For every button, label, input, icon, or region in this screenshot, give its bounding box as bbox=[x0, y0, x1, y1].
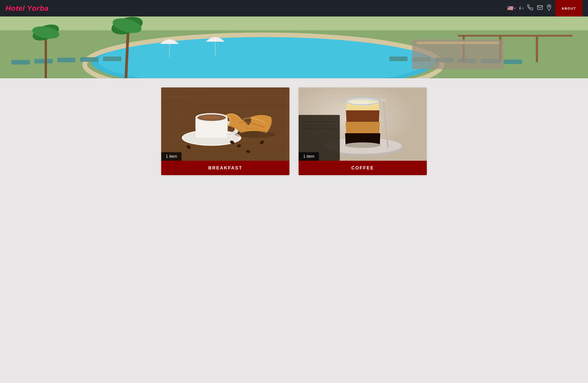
breakfast-image-wrapper: 1 item bbox=[161, 87, 289, 161]
svg-rect-12 bbox=[389, 57, 408, 61]
coffee-badge: 1 item bbox=[299, 152, 319, 161]
svg-rect-29 bbox=[536, 35, 538, 62]
breakfast-button[interactable]: BREAKFAST bbox=[161, 161, 289, 175]
svg-point-58 bbox=[345, 142, 380, 148]
svg-rect-9 bbox=[57, 58, 76, 62]
svg-rect-8 bbox=[34, 59, 53, 63]
currency-symbol: £ bbox=[519, 6, 521, 10]
coffee-card: 1 item COFFEE bbox=[299, 87, 427, 175]
svg-rect-17 bbox=[504, 60, 522, 64]
svg-rect-11 bbox=[103, 57, 121, 61]
badge-text: 1 item bbox=[166, 154, 177, 159]
svg-rect-7 bbox=[11, 60, 30, 64]
breakfast-badge: 1 item bbox=[161, 152, 182, 161]
chevron-down-icon: ▾ bbox=[514, 7, 516, 10]
svg-point-60 bbox=[380, 99, 386, 102]
language-selector[interactable]: 🇺🇸 ▾ bbox=[507, 5, 516, 11]
svg-point-49 bbox=[234, 131, 276, 138]
svg-point-1 bbox=[548, 6, 550, 7]
hero-banner bbox=[0, 17, 588, 78]
currency-selector[interactable]: £ ▾ bbox=[519, 6, 524, 10]
coffee-image bbox=[299, 87, 427, 161]
location-icon[interactable] bbox=[546, 4, 552, 12]
coffee-button[interactable]: COFFEE bbox=[299, 161, 427, 175]
svg-point-57 bbox=[346, 98, 379, 105]
svg-rect-26 bbox=[458, 35, 572, 37]
phone-icon[interactable] bbox=[527, 5, 533, 12]
navbar: Hotel Yorba 🇺🇸 ▾ £ ▾ ABOUT bbox=[0, 0, 588, 17]
svg-rect-31 bbox=[417, 42, 499, 44]
coffee-image-wrapper: 1 item bbox=[299, 87, 427, 161]
cards-section: 1 item BREAKFAST bbox=[0, 78, 588, 184]
svg-point-43 bbox=[201, 115, 220, 119]
brand-logo: Hotel Yorba bbox=[5, 4, 49, 13]
chevron-down-icon: ▾ bbox=[522, 7, 524, 10]
svg-rect-10 bbox=[80, 57, 99, 62]
about-button[interactable]: ABOUT bbox=[555, 0, 583, 17]
breakfast-card: 1 item BREAKFAST bbox=[161, 87, 289, 175]
nav-actions: 🇺🇸 ▾ £ ▾ ABOUT bbox=[507, 0, 583, 17]
breakfast-image bbox=[161, 87, 289, 161]
mail-icon[interactable] bbox=[537, 5, 543, 11]
flag-icon: 🇺🇸 bbox=[507, 5, 513, 11]
badge-text: 1 item bbox=[303, 154, 314, 159]
